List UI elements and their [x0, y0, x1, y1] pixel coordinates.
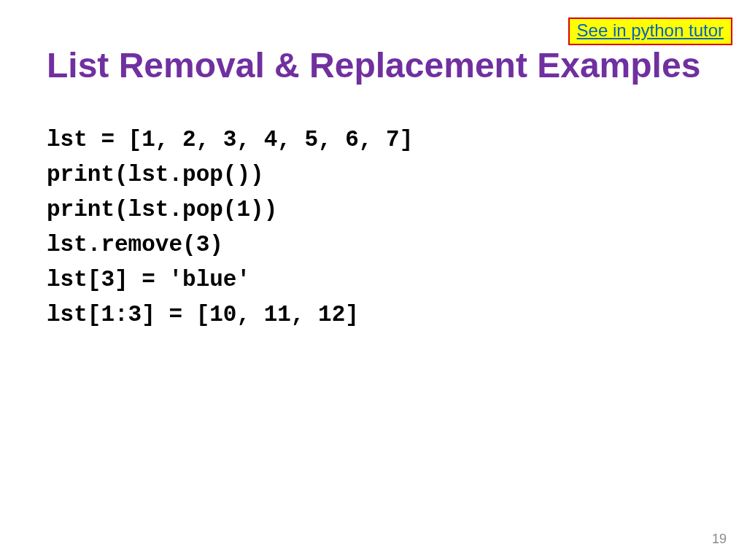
- code-line: lst[1:3] = [10, 11, 12]: [47, 302, 359, 327]
- code-line: lst = [1, 2, 3, 4, 5, 6, 7]: [47, 127, 413, 152]
- code-line: print(lst.pop()): [47, 162, 264, 187]
- python-tutor-link-label: See in python tutor: [577, 20, 724, 40]
- python-tutor-link[interactable]: See in python tutor: [568, 18, 732, 45]
- page-number: 19: [712, 532, 727, 547]
- slide-title: List Removal & Replacement Examples: [47, 47, 718, 85]
- code-line: lst.remove(3): [47, 232, 223, 257]
- code-line: lst[3] = 'blue': [47, 267, 250, 292]
- code-line: print(lst.pop(1)): [47, 197, 277, 222]
- code-block: lst = [1, 2, 3, 4, 5, 6, 7] print(lst.po…: [47, 122, 413, 332]
